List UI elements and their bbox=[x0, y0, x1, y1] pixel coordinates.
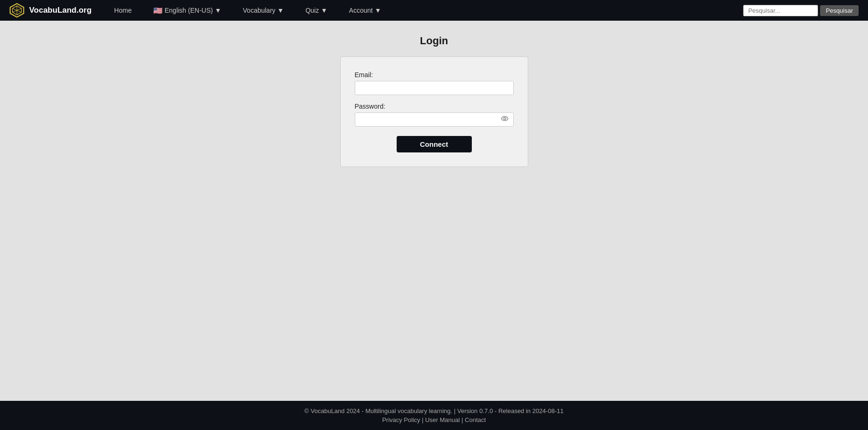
privacy-policy-link[interactable]: Privacy Policy bbox=[382, 416, 420, 423]
svg-point-5 bbox=[501, 117, 508, 121]
password-wrapper bbox=[355, 112, 514, 127]
nav-vocabulary[interactable]: Vocabulary ▼ bbox=[235, 7, 292, 14]
footer-links: Privacy Policy | User Manual | Contact bbox=[9, 416, 859, 423]
login-card: Email: Password: Connect bbox=[340, 56, 528, 167]
footer: © VocabuLand 2024 - Multilingual vocabul… bbox=[0, 401, 868, 430]
brand-name: VocabuLand.org bbox=[29, 6, 92, 15]
svg-point-6 bbox=[503, 118, 506, 120]
navbar: VocabuLand.org Home 🇺🇸 English (EN-US) ▼… bbox=[0, 0, 868, 21]
nav-account[interactable]: Account ▼ bbox=[341, 7, 390, 14]
brand-link[interactable]: VocabuLand.org bbox=[9, 3, 92, 18]
search-input[interactable] bbox=[743, 5, 818, 16]
navbar-nav: Home 🇺🇸 English (EN-US) ▼ Vocabulary ▼ Q… bbox=[106, 5, 859, 16]
email-group: Email: bbox=[355, 71, 514, 95]
nav-home[interactable]: Home bbox=[106, 7, 140, 14]
contact-link[interactable]: Contact bbox=[465, 416, 486, 423]
email-label: Email: bbox=[355, 71, 514, 79]
eye-icon bbox=[500, 114, 509, 123]
password-field[interactable] bbox=[355, 112, 514, 127]
email-field[interactable] bbox=[355, 81, 514, 95]
toggle-password-button[interactable] bbox=[500, 114, 509, 125]
password-group: Password: bbox=[355, 103, 514, 127]
user-manual-link[interactable]: User Manual bbox=[425, 416, 460, 423]
footer-copyright: © VocabuLand 2024 - Multilingual vocabul… bbox=[9, 407, 859, 414]
brand-logo-icon bbox=[9, 3, 24, 18]
page-title: Login bbox=[420, 35, 448, 47]
search-button[interactable]: Pesquisar bbox=[820, 5, 859, 16]
nav-language[interactable]: 🇺🇸 English (EN-US) ▼ bbox=[145, 6, 230, 15]
main-content: Login Email: Password: Connect bbox=[0, 21, 868, 401]
connect-button[interactable]: Connect bbox=[397, 136, 472, 152]
flag-icon: 🇺🇸 bbox=[153, 6, 163, 15]
nav-quiz[interactable]: Quiz ▼ bbox=[297, 7, 336, 14]
nav-search-area: Pesquisar bbox=[743, 5, 859, 16]
password-label: Password: bbox=[355, 103, 514, 110]
